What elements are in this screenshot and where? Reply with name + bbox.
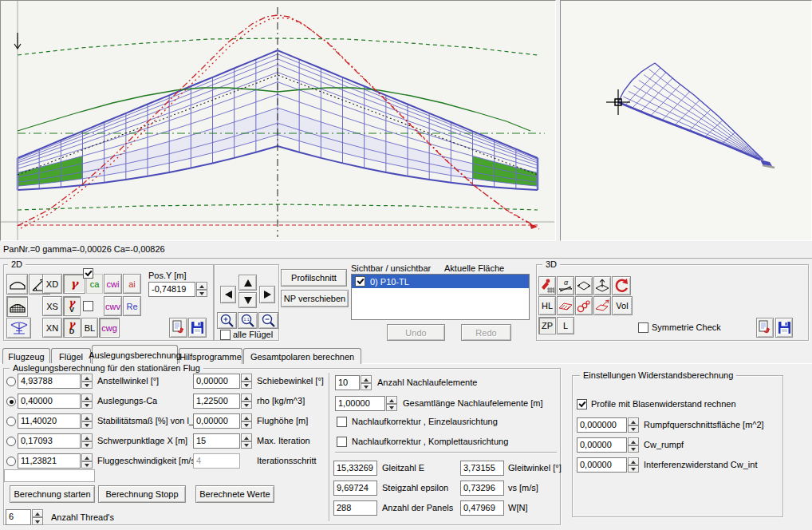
flughoehe-spinner[interactable] <box>241 413 252 429</box>
berechnung-stopp-button[interactable]: Berechnung Stopp <box>98 485 186 503</box>
spin-down[interactable] <box>361 383 372 391</box>
spin-up[interactable] <box>241 413 252 421</box>
undo-button[interactable]: Undo <box>387 324 445 341</box>
schiebewinkel-spinner[interactable] <box>241 374 252 389</box>
berechnung-starten-button[interactable]: Berechnung starten <box>10 485 95 503</box>
gamma-v-button[interactable]: γ V <box>63 296 81 316</box>
tab-gesamtpolaren[interactable]: Gesamtpolaren berechnen <box>243 348 361 364</box>
schwerpunktlage-spinner[interactable] <box>81 433 93 449</box>
spin-down[interactable] <box>241 421 252 429</box>
cw-rumpf-spinner[interactable] <box>628 437 639 453</box>
zp-button[interactable]: ZP <box>538 317 556 334</box>
cwg-button[interactable]: cwg <box>99 318 120 338</box>
gamma-v-checkbox[interactable] <box>83 301 93 311</box>
cw-int-field[interactable]: 0,00000 <box>577 457 627 473</box>
l-button[interactable]: L <box>557 317 574 334</box>
spin-up[interactable] <box>81 394 93 401</box>
panel-arrows-button[interactable] <box>575 276 593 295</box>
symmetrie-check-checkbox[interactable] <box>638 322 648 333</box>
spin-up[interactable] <box>361 375 372 383</box>
pos-y-spinner[interactable] <box>196 282 207 297</box>
surface-list-item[interactable]: 0) P10-TL <box>352 275 529 288</box>
pan-up-button[interactable] <box>238 275 257 291</box>
schwerpunktlage-field[interactable]: 0,17093 <box>18 433 81 449</box>
blasenwiderstand-checkbox[interactable] <box>577 399 587 409</box>
redo-button[interactable]: Redo <box>461 324 511 341</box>
spin-down[interactable] <box>628 425 639 433</box>
stabilitaetsmass-spinner[interactable] <box>81 413 93 429</box>
re-button[interactable]: Re <box>123 296 141 316</box>
copy-report-3d-button[interactable] <box>756 318 774 338</box>
gamma-button[interactable]: γ <box>63 274 85 294</box>
xd-button[interactable]: XD <box>42 274 62 294</box>
radio-auslegungs-ca[interactable] <box>6 397 16 406</box>
spin-up[interactable] <box>81 453 93 461</box>
spin-down[interactable] <box>81 441 93 449</box>
zoom-reset-button[interactable]: 1:1 <box>238 312 258 329</box>
wing-mesh-button[interactable] <box>6 296 28 317</box>
xs-button[interactable]: XS <box>42 296 62 316</box>
spin-up[interactable] <box>241 374 252 382</box>
radio-fluggeschwindigkeit[interactable] <box>6 457 16 466</box>
stabilitaetsmass-field[interactable]: 11,40020 <box>18 413 81 429</box>
tab-hilfsprogramme[interactable]: Hilfsprogramme <box>179 348 242 364</box>
cwi-button[interactable]: cwi <box>104 274 122 294</box>
anzahl-nachlauf-spinner[interactable] <box>361 375 372 390</box>
cw-rumpf-field[interactable]: 0,00000 <box>577 437 627 453</box>
spin-down[interactable] <box>81 401 93 409</box>
spin-up[interactable] <box>241 394 252 401</box>
wing-outline-button[interactable] <box>6 274 28 295</box>
gamma-d-button[interactable]: γ D <box>63 318 81 338</box>
2d-view-canvas[interactable] <box>0 0 556 241</box>
zoom-in-button[interactable] <box>217 312 237 329</box>
spin-up[interactable] <box>81 374 93 382</box>
np-verschieben-button[interactable]: NP verschieben <box>281 290 349 307</box>
zoom-out-button[interactable] <box>258 312 278 329</box>
flughoehe-field[interactable]: 0,00000 <box>193 413 240 429</box>
spin-down[interactable] <box>241 401 252 409</box>
save-3d-button[interactable] <box>775 318 793 338</box>
berechnete-werte-button[interactable]: Berechnete Werte <box>195 485 274 503</box>
spin-up[interactable] <box>241 433 252 441</box>
tab-flugzeug[interactable]: Flugzeug <box>2 348 50 364</box>
pan-down-button[interactable] <box>238 292 257 308</box>
schiebewinkel-field[interactable]: 0,00000 <box>193 374 240 389</box>
spin-up[interactable] <box>628 437 639 445</box>
vol-button[interactable]: Vol <box>612 296 633 315</box>
spin-down[interactable] <box>81 461 93 469</box>
ai-button[interactable]: ai <box>123 274 141 294</box>
spin-down[interactable] <box>241 382 252 390</box>
komplettausrichtung-checkbox[interactable] <box>337 437 347 447</box>
anzahl-nachlauf-field[interactable]: 10 <box>335 375 360 390</box>
rho-field[interactable]: 1,22500 <box>193 394 240 409</box>
cw-int-spinner[interactable] <box>628 457 639 473</box>
hl-button[interactable]: HL <box>538 296 556 315</box>
panel-up-arrow-button[interactable] <box>593 276 611 295</box>
surface-visible-checkbox[interactable] <box>355 276 365 287</box>
spin-down[interactable] <box>81 382 93 390</box>
pan-right-button[interactable] <box>259 286 275 303</box>
gesamtlaenge-spinner[interactable] <box>386 396 397 411</box>
max-iteration-field[interactable]: 15 <box>193 433 240 449</box>
spin-down[interactable] <box>628 465 639 473</box>
anstellwinkel-field[interactable]: 4,93788 <box>18 374 81 389</box>
auslegungs-ca-field[interactable]: 0,40000 <box>18 394 81 409</box>
undo-rotate-button[interactable] <box>612 276 631 295</box>
profilschnitt-button[interactable]: Profilschnitt <box>281 269 347 287</box>
spin-up[interactable] <box>386 396 397 404</box>
gamma-overlay-checkbox[interactable] <box>83 268 93 279</box>
3d-view-canvas[interactable] <box>560 0 812 241</box>
spin-down[interactable] <box>628 445 639 453</box>
rumpfquerschnitt-field[interactable]: 0,000000 <box>577 417 627 433</box>
einzelausrichtung-checkbox[interactable] <box>337 417 347 427</box>
rho-spinner[interactable] <box>241 394 252 409</box>
spin-down[interactable] <box>32 517 43 525</box>
spin-up[interactable] <box>32 509 43 517</box>
pos-y-field[interactable]: -0,74819 <box>148 282 195 297</box>
pos-y-spin-up[interactable] <box>196 282 207 290</box>
radio-anstellwinkel[interactable] <box>6 377 16 386</box>
wing-front-button[interactable] <box>6 318 31 338</box>
hatch-panel-button[interactable] <box>557 296 574 315</box>
xn-button[interactable]: XN <box>42 318 62 338</box>
spin-up[interactable] <box>628 457 639 465</box>
